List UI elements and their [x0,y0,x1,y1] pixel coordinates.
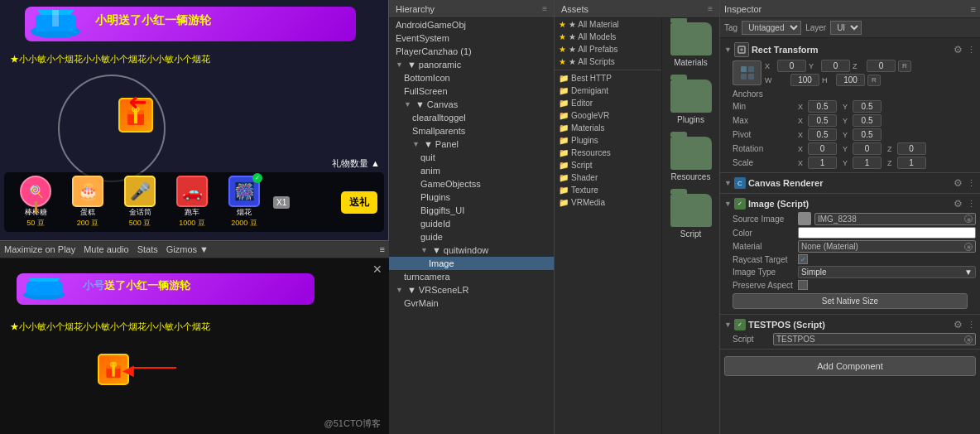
rect-transform-dots[interactable]: ⋮ [967,45,976,55]
gift-item-lollipop[interactable]: 🍭 棒棒糖 50 豆 [11,176,60,229]
maximize-on-play[interactable]: Maximize on Play [4,244,75,254]
gift-item-mic[interactable]: 🎤 金话筒 500 豆 [115,176,165,229]
add-component-button[interactable]: Add Component [724,356,976,376]
pos-z-value[interactable]: 0 [867,60,896,72]
width-value[interactable]: 100 [790,74,819,86]
height-value[interactable]: 100 [836,74,865,86]
gift-item-fireworks[interactable]: 🎆 ✓ 烟花 2000 豆 [219,176,269,229]
asset-all-material[interactable]: ★ ★ All Material [555,18,661,31]
materials-folder-icon[interactable] [670,22,712,55]
asset-folder-texture-label: Texture [571,186,598,195]
asset-folder-besthttp[interactable]: 📁 Best HTTP [555,72,661,84]
hierarchy-item-plugins[interactable]: Plugins [389,190,554,204]
min-x-value[interactable]: 0.5 [808,100,837,113]
asset-all-prefabs[interactable]: ★ ★ All Prefabs [555,43,661,55]
image-script-header[interactable]: ▼ ✓ Image (Script) ⚙ ⋮ [724,196,976,211]
testpos-gear[interactable]: ⚙ [954,319,963,330]
hierarchy-item-bottomicon[interactable]: BottomIcon [389,71,554,84]
max-y-value[interactable]: 0.5 [853,114,882,127]
hierarchy-item-eventsystem[interactable]: EventSystem [389,31,554,45]
hierarchy-item-quitwindow[interactable]: ▼▼ quitwindow [389,244,554,257]
mute-audio[interactable]: Mute audio [84,244,128,254]
size-r-button[interactable]: R [867,75,881,86]
asset-folder-materials[interactable]: 📁 Materials [555,122,661,134]
source-image-circle[interactable]: ◉ [964,215,973,223]
image-type-dropdown[interactable]: Simple ▼ [798,266,976,278]
asset-folder-resources[interactable]: 📁 Resources [555,147,661,159]
set-native-size-button[interactable]: Set Native Size [733,293,968,309]
gizmos-button[interactable]: Gizmos ▼ [166,244,209,254]
scale-x-value[interactable]: 1 [808,157,837,169]
gift-item-car[interactable]: 🚗 跑车 1000 豆 [167,176,217,229]
color-picker[interactable] [798,227,976,239]
hierarchy-item-playercanzhao[interactable]: PlayerCanzhao (1) [389,45,554,58]
asset-folder-plugins[interactable]: 📁 Plugins [555,134,661,147]
pos-y-value[interactable]: 0 [821,60,850,72]
assets-materials-section: Materials [670,22,712,67]
rect-transform-gear[interactable]: ⚙ [954,44,963,55]
scale-z-value[interactable]: 1 [897,157,926,169]
hierarchy-item-turncamera[interactable]: turncamera [389,270,554,283]
asset-folder-vrmedia[interactable]: 📁 VRMedia [555,196,661,209]
stats-button[interactable]: Stats [137,244,158,254]
material-value[interactable]: None (Material) ◉ [798,240,976,253]
hierarchy-item-anim[interactable]: anim [389,164,554,177]
preserve-aspect-checkbox[interactable] [798,280,808,290]
hierarchy-item-canvas[interactable]: ▼▼ Canvas [389,98,554,111]
hierarchy-item-biggifts[interactable]: Biggifts_UI [389,204,554,217]
close-button[interactable]: ✕ [372,263,382,276]
asset-folder-editor[interactable]: 📁 Editor [555,97,661,109]
max-x-value[interactable]: 0.5 [808,114,837,127]
min-y-value[interactable]: 0.5 [853,100,882,113]
testpos-circle[interactable]: ◉ [964,335,973,344]
hierarchy-item-gameobjectss[interactable]: GameObjectss [389,177,554,190]
scale-y-value[interactable]: 1 [853,157,882,169]
hierarchy-item-fullscreen[interactable]: FullScreen [389,84,554,98]
hierarchy-item-quit[interactable]: quit [389,151,554,164]
rot-x-value[interactable]: 0 [808,142,837,155]
rot-y-value[interactable]: 0 [853,142,882,155]
pivot-y-value[interactable]: 0.5 [853,128,882,141]
asset-folder-demigiant[interactable]: 📁 Demigiant [555,84,661,97]
asset-folder-shader[interactable]: 📁 Shader [555,171,661,184]
canvas-renderer-gear[interactable]: ⚙ [954,177,963,189]
image-script-gear[interactable]: ⚙ [954,198,963,210]
asset-all-models[interactable]: ★ ★ All Models [555,31,661,43]
raycast-checkbox[interactable]: ✓ [798,254,808,264]
hierarchy-item-panoramic[interactable]: ▼▼ panoramic [389,58,554,71]
pivot-x-value[interactable]: 0.5 [808,128,837,141]
plugins-folder-icon[interactable] [670,80,712,113]
asset-all-scripts[interactable]: ★ ★ All Scripts [555,55,661,68]
canvas-renderer-dots[interactable]: ⋮ [967,178,976,189]
material-circle[interactable]: ◉ [964,243,973,251]
hierarchy-item-gvrmain[interactable]: GvrMain [389,297,554,310]
send-button[interactable]: 送礼 [341,191,377,214]
hierarchy-item-smallparents[interactable]: Smallparents [389,124,554,137]
asset-folder-script[interactable]: 📁 Script [555,159,661,171]
hierarchy-item-panel[interactable]: ▼▼ Panel [389,137,554,151]
image-script-dots[interactable]: ⋮ [967,199,976,210]
tag-select[interactable]: Untagged [742,21,801,35]
canvas-renderer-header[interactable]: ▼ C Canvas Renderer ⚙ ⋮ [724,176,976,190]
testpos-script-header[interactable]: ▼ ✓ TESTPOS (Script) ⚙ ⋮ [724,317,976,332]
hierarchy-item-guide[interactable]: guide [389,230,554,244]
hierarchy-item-guideid[interactable]: guideId [389,217,554,230]
hierarchy-item-clearall[interactable]: clearalltoggel [389,111,554,124]
hierarchy-item-androidgameobj[interactable]: AndroidGameObj [389,18,554,31]
testpos-dots[interactable]: ⋮ [967,320,976,330]
asset-folder-texture[interactable]: 📁 Texture [555,184,661,196]
pos-r-button[interactable]: R [898,60,911,72]
anchor-preset-icon[interactable] [733,60,761,85]
resources-folder-icon[interactable] [670,137,712,170]
source-image-value[interactable]: IMG_8238 ◉ [814,213,976,225]
testpos-script-value[interactable]: TESTPOS ◉ [773,333,976,345]
asset-folder-googlevr[interactable]: 📁 GoogleVR [555,109,661,122]
hierarchy-item-vrscenelr[interactable]: ▼▼ VRSceneLR [389,283,554,297]
layer-select[interactable]: UI [830,21,862,35]
hierarchy-item-image[interactable]: Image [389,257,554,270]
rect-transform-header[interactable]: ▼ Rect Transform ⚙ ⋮ [724,41,976,59]
script-folder-icon[interactable] [670,194,712,227]
pos-x-value[interactable]: 0 [777,60,806,72]
gift-item-cake[interactable]: 🎂 蛋糕 200 豆 [63,176,113,229]
rot-z-value[interactable]: 0 [897,142,926,155]
